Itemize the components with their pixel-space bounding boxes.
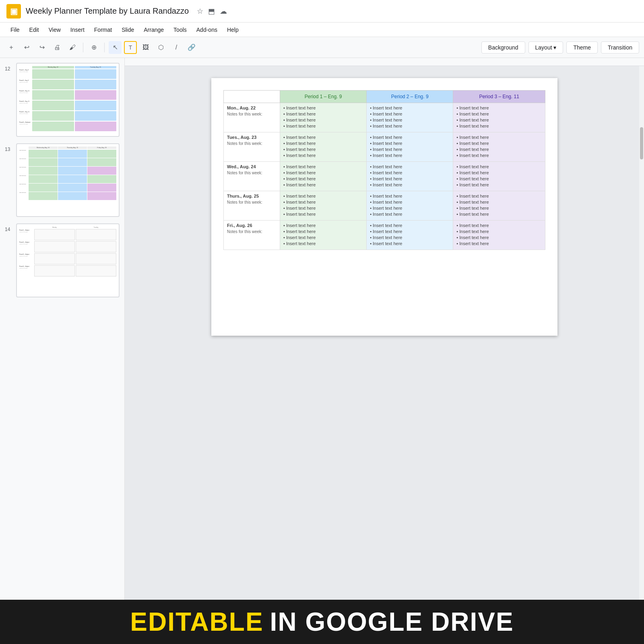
- data-cell-wed-2[interactable]: Insert text here Insert text here Insert…: [367, 162, 453, 191]
- menu-edit[interactable]: Edit: [25, 25, 43, 35]
- data-cell-mon-2[interactable]: Insert text here Insert text here Insert…: [367, 103, 453, 132]
- table-row: Tues., Aug. 23 Notes for this week: Inse…: [224, 132, 545, 162]
- data-cell-thu-3[interactable]: Insert text here Insert text here Insert…: [453, 191, 545, 221]
- bullet-item: Insert text here: [456, 241, 542, 246]
- layout-button[interactable]: Layout ▾: [528, 41, 564, 54]
- day-cell-fri: Fri., Aug. 26 Notes for this week:: [224, 221, 280, 250]
- undo-button[interactable]: ↩: [20, 41, 33, 54]
- menu-slide[interactable]: Slide: [118, 25, 138, 35]
- bullet-item: Insert text here: [370, 147, 450, 152]
- data-cell-mon-1[interactable]: Insert text here Insert text here Insert…: [280, 103, 367, 132]
- bullet-item: Insert text here: [456, 235, 542, 240]
- bullet-item: Insert text here: [456, 118, 542, 122]
- data-cell-wed-3[interactable]: Insert text here Insert text here Insert…: [453, 162, 545, 191]
- text-button[interactable]: T: [124, 41, 137, 54]
- menu-tools[interactable]: Tools: [169, 25, 191, 35]
- add-button[interactable]: +: [5, 41, 18, 54]
- bullet-item: Insert text here: [370, 241, 450, 246]
- bullet-item: Insert text here: [370, 105, 450, 110]
- bullet-item: Insert text here: [283, 153, 363, 158]
- bullet-item: Insert text here: [283, 118, 363, 122]
- slide-14-container: 14 Monday Tuesday Period 1 – SubjectNote…: [5, 223, 120, 297]
- period-1-header: Period 1 – Eng. 9: [280, 91, 367, 103]
- data-cell-fri-3[interactable]: Insert text here Insert text here Insert…: [453, 221, 545, 250]
- day-cell-tue: Tues., Aug. 23 Notes for this week:: [224, 132, 280, 162]
- bullet-item: Insert text here: [456, 105, 542, 110]
- link-button[interactable]: 🔗: [185, 41, 198, 54]
- bullet-item: Insert text here: [283, 105, 363, 110]
- day-name-fri: Fri., Aug. 26: [227, 223, 277, 228]
- bullet-item: Insert text here: [283, 124, 363, 128]
- app-icon: ▣: [6, 4, 21, 19]
- folder-icon[interactable]: ⬒: [208, 7, 215, 16]
- menu-format[interactable]: Format: [90, 25, 116, 35]
- bullet-item: Insert text here: [456, 223, 542, 228]
- background-button[interactable]: Background: [481, 41, 525, 54]
- bullet-item: Insert text here: [370, 124, 450, 128]
- shapes-button[interactable]: ⬡: [155, 41, 167, 54]
- bullet-item: Insert text here: [283, 182, 363, 187]
- data-cell-thu-2[interactable]: Insert text here Insert text here Insert…: [367, 191, 453, 221]
- bullet-item: Insert text here: [456, 124, 542, 128]
- banner-rest-text: IN GOOGLE DRIVE: [270, 607, 514, 637]
- data-cell-tue-1[interactable]: Insert text here Insert text here Insert…: [280, 132, 367, 162]
- planner-table: Period 1 – Eng. 9 Period 2 – Eng. 9 Peri…: [223, 90, 545, 250]
- data-cell-fri-1[interactable]: Insert text here Insert text here Insert…: [280, 221, 367, 250]
- bullet-item: Insert text here: [370, 118, 450, 122]
- menu-file[interactable]: File: [6, 25, 24, 35]
- menu-addons[interactable]: Add-ons: [192, 25, 221, 35]
- select-button[interactable]: ↖: [109, 41, 122, 54]
- divider-1: [83, 43, 83, 52]
- table-row: Fri., Aug. 26 Notes for this week: Inser…: [224, 221, 545, 250]
- slide-14-number: 14: [5, 227, 13, 232]
- table-row: Mon., Aug. 22 Notes for this week: Inser…: [224, 103, 545, 132]
- menu-insert[interactable]: Insert: [66, 25, 89, 35]
- zoom-button[interactable]: ⊕: [87, 41, 100, 54]
- theme-button[interactable]: Theme: [566, 41, 598, 54]
- notes-tue: Notes for this week:: [227, 141, 277, 146]
- main-area: 12 Monday, Aug. 22 Tuesday, Aug. 23 Peri…: [0, 58, 644, 600]
- menu-view[interactable]: View: [45, 25, 65, 35]
- data-cell-wed-1[interactable]: Insert text here Insert text here Insert…: [280, 162, 367, 191]
- data-cell-fri-2[interactable]: Insert text here Insert text here Insert…: [367, 221, 453, 250]
- slide-12-thumb[interactable]: Monday, Aug. 22 Tuesday, Aug. 23 Period …: [16, 63, 120, 137]
- slide-13-number: 13: [5, 147, 13, 152]
- menu-arrange[interactable]: Arrange: [140, 25, 168, 35]
- paint-format-button[interactable]: 🖌: [66, 41, 79, 54]
- data-cell-mon-3[interactable]: Insert text here Insert text here Insert…: [453, 103, 545, 132]
- bullet-item: Insert text here: [283, 170, 363, 175]
- scrollbar[interactable]: [639, 66, 644, 600]
- slide-12-container: 12 Monday, Aug. 22 Tuesday, Aug. 23 Peri…: [5, 63, 120, 137]
- data-cell-thu-1[interactable]: Insert text here Insert text here Insert…: [280, 191, 367, 221]
- transition-button[interactable]: Transition: [601, 41, 639, 54]
- print-button[interactable]: 🖨: [51, 41, 64, 54]
- bullet-item: Insert text here: [283, 147, 363, 152]
- data-cell-tue-3[interactable]: Insert text here Insert text here Insert…: [453, 132, 545, 162]
- bullet-item: Insert text here: [456, 153, 542, 158]
- bullet-item: Insert text here: [370, 182, 450, 187]
- banner-editable-text: EDITABLE: [130, 607, 263, 637]
- bullet-item: Insert text here: [370, 229, 450, 234]
- slide-13-thumb[interactable]: Wednesday, Aug. 24 Thursday, Aug. 25 Fri…: [16, 143, 120, 217]
- image-button[interactable]: 🖼: [139, 41, 152, 54]
- scroll-thumb[interactable]: [640, 127, 643, 159]
- data-cell-tue-2[interactable]: Insert text here Insert text here Insert…: [367, 132, 453, 162]
- slide-14-thumb[interactable]: Monday Tuesday Period 1 – SubjectNotes f…: [16, 223, 120, 297]
- day-cell-thu: Thurs., Aug. 25 Notes for this week:: [224, 191, 280, 221]
- star-icon[interactable]: ☆: [197, 7, 203, 16]
- document-title[interactable]: Weekly Planner Template by Laura Randazz…: [26, 6, 189, 16]
- redo-button[interactable]: ↪: [35, 41, 48, 54]
- ruler: [125, 58, 644, 66]
- bullet-item: Insert text here: [456, 135, 542, 140]
- bullet-item: Insert text here: [370, 170, 450, 175]
- slide-12-number: 12: [5, 66, 13, 72]
- day-name-mon: Mon., Aug. 22: [227, 105, 277, 110]
- menu-help[interactable]: Help: [223, 25, 243, 35]
- title-bar: ▣ Weekly Planner Template by Laura Randa…: [0, 0, 644, 23]
- cloud-icon[interactable]: ☁: [220, 7, 227, 16]
- canvas-area: Period 1 – Eng. 9 Period 2 – Eng. 9 Peri…: [125, 58, 644, 600]
- bullet-item: Insert text here: [283, 200, 363, 204]
- line-button[interactable]: /: [170, 41, 183, 54]
- slide-13-container: 13 Wednesday, Aug. 24 Thursday, Aug. 25 …: [5, 143, 120, 217]
- bullet-item: Insert text here: [370, 235, 450, 240]
